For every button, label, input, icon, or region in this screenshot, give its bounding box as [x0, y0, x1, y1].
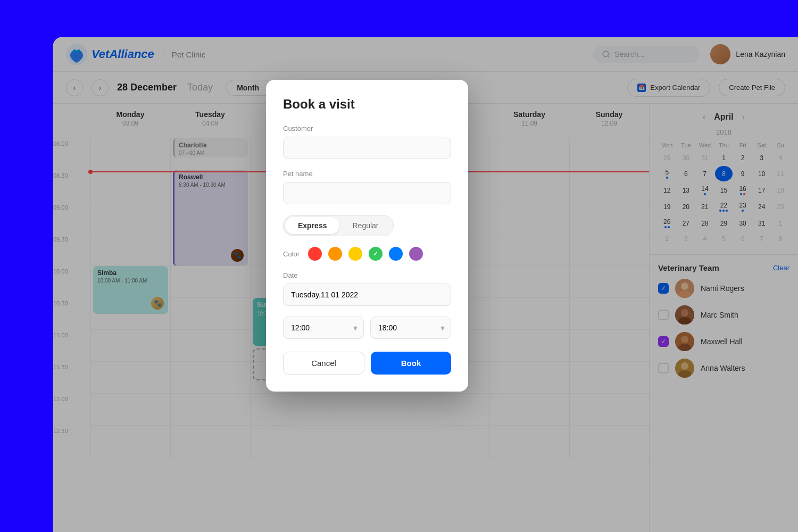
customer-group: Customer	[283, 124, 451, 159]
customer-input[interactable]	[283, 137, 451, 159]
color-purple[interactable]	[409, 247, 423, 261]
date-label: Date	[283, 271, 451, 279]
customer-label: Customer	[283, 124, 451, 132]
start-time-wrapper: 12:00 13:00 14:00 ▾	[283, 317, 364, 339]
color-blue[interactable]	[389, 247, 403, 261]
book-button[interactable]: Book	[371, 352, 451, 375]
type-group: Express Regular	[283, 215, 451, 236]
pet-name-input[interactable]	[283, 182, 451, 204]
book-visit-modal: Book a visit Customer Pet name Express R…	[266, 80, 468, 392]
modal-actions: Cancel Book	[283, 352, 451, 375]
color-green[interactable]	[369, 247, 383, 261]
regular-btn[interactable]: Regular	[339, 217, 391, 234]
time-row: 12:00 13:00 14:00 ▾ 18:00 19:00 20:00 ▾	[283, 317, 451, 339]
modal-overlay: Book a visit Customer Pet name Express R…	[53, 37, 798, 532]
date-group: Date Tuesday,11 01 2022	[283, 271, 451, 306]
cancel-button[interactable]: Cancel	[283, 352, 364, 375]
color-group: Color	[283, 247, 451, 261]
color-red[interactable]	[308, 247, 322, 261]
pet-name-label: Pet name	[283, 170, 451, 178]
end-time-select[interactable]: 18:00 19:00 20:00	[370, 317, 451, 339]
time-group: 12:00 13:00 14:00 ▾ 18:00 19:00 20:00 ▾	[283, 317, 451, 339]
pet-name-group: Pet name	[283, 170, 451, 204]
end-time-wrapper: 18:00 19:00 20:00 ▾	[370, 317, 451, 339]
color-orange[interactable]	[328, 247, 342, 261]
color-label: Color	[283, 250, 300, 258]
start-time-select[interactable]: 12:00 13:00 14:00	[283, 317, 364, 339]
color-row: Color	[283, 247, 451, 261]
express-btn[interactable]: Express	[285, 217, 339, 234]
color-yellow[interactable]	[348, 247, 362, 261]
type-toggle: Express Regular	[283, 215, 394, 236]
modal-title: Book a visit	[283, 97, 451, 112]
date-input[interactable]: Tuesday,11 01 2022	[283, 284, 451, 306]
app-container: VetAlliance Pet Clinic Search... Lena Ka…	[53, 37, 798, 532]
